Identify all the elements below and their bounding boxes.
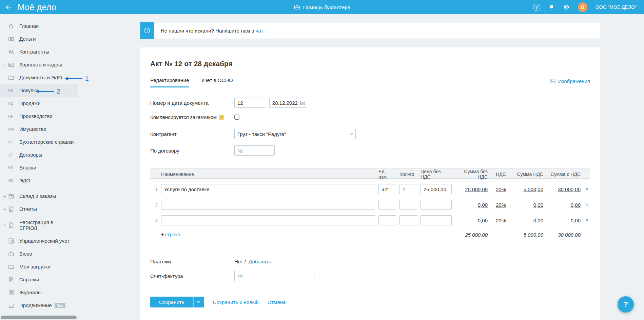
delete-row-icon[interactable]: × bbox=[584, 186, 590, 192]
add-payment-link[interactable]: Добавить bbox=[249, 259, 271, 264]
item-unit-input[interactable] bbox=[378, 215, 396, 225]
contractor-input[interactable] bbox=[234, 129, 356, 139]
expand-plus-icon[interactable]: + bbox=[3, 62, 6, 67]
delete-row-icon[interactable]: × bbox=[584, 202, 590, 208]
sidebar-item-home[interactable]: Главная bbox=[0, 20, 78, 33]
sidebar-item-property[interactable]: ИМ Имущество bbox=[0, 123, 78, 136]
vat-rate-value[interactable]: 20% bbox=[491, 186, 506, 192]
sidebar-item-production[interactable]: ПР Производство bbox=[0, 110, 78, 123]
document-number-input[interactable] bbox=[234, 98, 265, 108]
clear-icon[interactable]: × bbox=[350, 131, 353, 137]
sidebar-item-warehouse[interactable]: + Склад и заказы bbox=[0, 190, 78, 203]
item-name-input[interactable] bbox=[161, 184, 375, 194]
save-dropdown-button[interactable] bbox=[193, 297, 204, 307]
home-icon bbox=[8, 23, 15, 29]
item-qty-input[interactable] bbox=[399, 215, 417, 225]
col-header-unit: Ед. изм. bbox=[378, 169, 396, 180]
col-header-vat-sum: Сумма НДС bbox=[509, 172, 543, 177]
vat-rate-value[interactable]: 20% bbox=[491, 202, 506, 208]
annotation-1: 1 bbox=[67, 75, 89, 82]
compensated-label: Компенсируется заказчиком bbox=[150, 114, 217, 120]
back-arrow-icon[interactable] bbox=[5, 3, 12, 11]
chat-link[interactable]: чат bbox=[256, 28, 264, 34]
accountant-help-button[interactable]: Помощь бухгалтера bbox=[294, 4, 350, 11]
annotation-arrow-icon bbox=[67, 78, 82, 79]
compensated-checkbox[interactable] bbox=[234, 115, 239, 120]
expand-plus-icon[interactable]: + bbox=[3, 194, 6, 199]
sidebar-item-downloads[interactable]: Мои загрузки bbox=[0, 260, 78, 273]
sidebar-item-egrul[interactable]: + Регистрация в ЕГРЮЛ bbox=[0, 216, 78, 235]
image-icon bbox=[550, 78, 556, 84]
folder-icon bbox=[8, 75, 15, 81]
sidebar-item-bureau[interactable]: Бюро bbox=[0, 247, 78, 260]
help-fab[interactable]: ? bbox=[618, 296, 634, 313]
sidebar-item-edo[interactable]: ЭД ЭДО bbox=[0, 174, 78, 187]
item-unit-input[interactable] bbox=[378, 200, 396, 210]
sidebar-item-journals[interactable]: Журналы bbox=[0, 286, 78, 299]
chart-square-icon bbox=[8, 238, 15, 244]
item-qty-input[interactable] bbox=[399, 200, 417, 210]
item-price-input[interactable] bbox=[421, 215, 452, 225]
delete-row-icon[interactable]: × bbox=[584, 217, 590, 223]
new-badge: New bbox=[55, 303, 65, 308]
save-and-new-link[interactable]: Сохранить и новый bbox=[213, 299, 259, 305]
sum-no-vat-value[interactable]: 25 000,00 bbox=[455, 186, 488, 192]
collapse-minus-icon[interactable]: − bbox=[3, 75, 6, 80]
item-name-input[interactable] bbox=[161, 200, 375, 210]
contract-input[interactable] bbox=[234, 145, 275, 156]
sidebar-item-sales[interactable]: ПД Продажи bbox=[0, 97, 78, 110]
item-qty-input[interactable] bbox=[399, 184, 417, 194]
banner-period: . bbox=[263, 28, 265, 34]
sum-no-vat-value[interactable]: 0,00 bbox=[455, 218, 488, 223]
help-icon[interactable]: ? bbox=[533, 4, 540, 11]
briefcase-icon bbox=[294, 4, 300, 11]
app-logo[interactable]: Моё дело bbox=[18, 2, 56, 12]
images-link[interactable]: Изображения bbox=[550, 78, 590, 87]
tab-editing[interactable]: Редактирование bbox=[150, 77, 189, 87]
add-row-link[interactable]: +строка bbox=[161, 232, 180, 237]
expand-plus-icon[interactable]: + bbox=[3, 222, 6, 228]
payments-value: Нет / bbox=[234, 259, 246, 264]
expand-plus-icon[interactable]: + bbox=[3, 206, 6, 212]
sum-with-vat-value[interactable]: 0,00 bbox=[547, 202, 581, 208]
tooltip-question-icon[interactable]: ? bbox=[219, 115, 224, 120]
people-icon bbox=[8, 49, 15, 55]
sidebar-item-certificates[interactable]: Справки bbox=[0, 273, 78, 286]
growth-chart-icon bbox=[8, 302, 15, 308]
folder-download-icon bbox=[8, 264, 15, 270]
gear-icon[interactable] bbox=[563, 4, 570, 11]
save-button[interactable]: Сохранить bbox=[150, 297, 193, 307]
bell-icon[interactable] bbox=[548, 4, 555, 11]
annotation-label-1: 1 bbox=[85, 75, 89, 82]
sidebar-item-blanks[interactable]: БЛ Бланки bbox=[0, 161, 78, 174]
item-price-input[interactable] bbox=[421, 184, 452, 194]
sidebar-item-salary[interactable]: + Зарплата и кадры bbox=[0, 58, 78, 71]
table-header-row: Наименование Ед. изм. Кол-во Цена без НД… bbox=[150, 168, 590, 179]
vat-sum-value[interactable]: 0,00 bbox=[509, 202, 543, 208]
sidebar-item-contracts[interactable]: ДГ Договоры bbox=[0, 148, 78, 161]
contractor-label: Контрагент bbox=[150, 131, 234, 137]
sidebar-item-reports[interactable]: + Отчеты bbox=[0, 203, 78, 216]
sidebar-item-contractors[interactable]: Контрагенты bbox=[0, 45, 78, 58]
invoice-input[interactable] bbox=[234, 271, 314, 281]
vat-sum-value[interactable]: 0,00 bbox=[509, 218, 543, 223]
sum-with-vat-value[interactable]: 30 000,00 bbox=[547, 186, 581, 192]
calendar-icon[interactable] bbox=[300, 100, 305, 105]
sidebar-item-management[interactable]: Управленческий учет bbox=[0, 235, 78, 247]
vat-sum-value[interactable]: 5 000,00 bbox=[509, 186, 543, 192]
company-name[interactable]: ООО "МОЕ ДЕЛО" bbox=[596, 4, 637, 10]
sum-with-vat-value[interactable]: 0,00 bbox=[547, 218, 581, 223]
item-unit-input[interactable] bbox=[378, 184, 396, 194]
item-name-input[interactable] bbox=[161, 215, 375, 225]
sidebar-item-money[interactable]: Деньги bbox=[0, 33, 78, 45]
vat-rate-value[interactable]: 20% bbox=[491, 218, 506, 223]
tab-osno-accounting[interactable]: Учет в ОСНО bbox=[201, 77, 233, 87]
sidebar-item-accounting-certs[interactable]: БС Бухгалтерские справки bbox=[0, 136, 78, 148]
item-price-input[interactable] bbox=[421, 200, 452, 210]
total-vat-sum: 5 000,00 bbox=[509, 232, 543, 238]
sidebar-scrollbar[interactable] bbox=[1, 316, 77, 319]
sum-no-vat-value[interactable]: 0,00 bbox=[455, 202, 488, 208]
cancel-link[interactable]: Отмена bbox=[268, 299, 286, 305]
avatar[interactable]: O bbox=[578, 2, 587, 12]
sidebar-item-promotion[interactable]: Продвижение New bbox=[0, 299, 78, 312]
